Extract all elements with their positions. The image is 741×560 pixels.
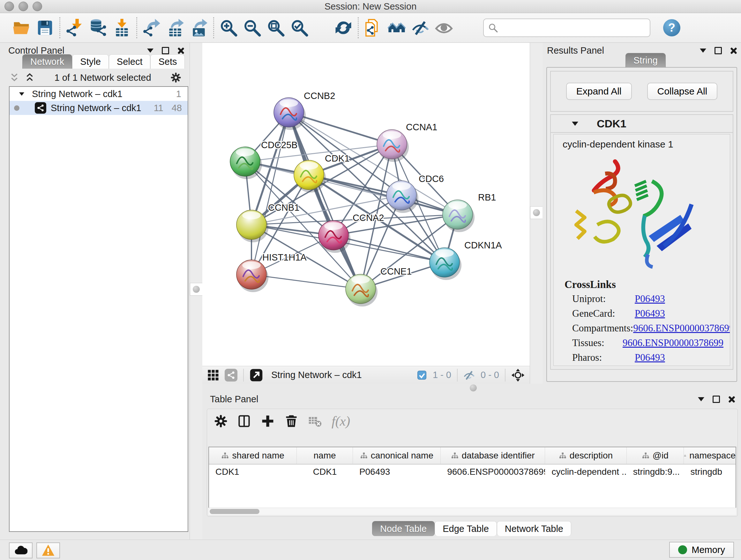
string-document-button[interactable] (361, 16, 385, 40)
export-image-button[interactable] (187, 16, 211, 40)
crosslink-link[interactable]: P06493 (635, 352, 665, 363)
houses-icon (388, 19, 406, 37)
horizontal-splitter[interactable] (202, 384, 741, 392)
gene-section: CDK1 cyclin-dependent kinase 1 (550, 114, 733, 370)
table-settings-gear-icon[interactable] (214, 415, 227, 428)
expand-all-icon[interactable] (24, 72, 35, 83)
panel-float-icon[interactable] (715, 47, 722, 54)
left-splitter[interactable] (190, 43, 203, 540)
tree-expander-icon[interactable] (19, 92, 24, 96)
column-header[interactable]: description (545, 447, 626, 464)
warning-icon (42, 544, 55, 557)
panel-float-icon[interactable] (713, 395, 720, 403)
panel-float-icon[interactable] (162, 47, 169, 54)
horizontal-splitter-handle[interactable] (470, 384, 477, 391)
gene-name: CDK1 (597, 118, 626, 130)
column-header[interactable]: name (297, 447, 353, 464)
import-network-database-button[interactable] (86, 16, 110, 40)
hide-selected-button[interactable] (408, 16, 432, 40)
network-row[interactable]: String Network – cdk1 11 48 (10, 101, 188, 115)
selected-checkbox-icon[interactable] (417, 370, 427, 380)
crosslink-row: Pharos: P06493 (564, 350, 724, 365)
network-node-ccna1: CCNA1 (377, 122, 437, 162)
column-header[interactable]: namespace (684, 447, 736, 464)
refresh-button[interactable] (332, 16, 355, 40)
crosslink-row: Uniprot: P06493 (564, 292, 724, 306)
help-button[interactable]: ? (663, 19, 680, 37)
crosslink-link[interactable]: P06493 (635, 293, 665, 305)
search-input[interactable] (498, 22, 646, 33)
crosslink-link[interactable]: 9606.ENSP00000378699 (623, 337, 724, 349)
import-network-file-button[interactable] (63, 16, 86, 40)
cloud-status-button[interactable] (9, 543, 32, 558)
expand-all-button[interactable]: Expand All (566, 83, 632, 100)
function-builder-button: f(x) (332, 414, 350, 429)
network-options-gear-icon[interactable] (171, 72, 181, 83)
zoom-out-button[interactable] (240, 16, 264, 40)
help-icon: ? (668, 21, 675, 35)
panel-menu-icon[interactable] (698, 397, 704, 401)
table-horizontal-scrollbar[interactable] (208, 508, 736, 515)
table-row[interactable]: CDK1 CDK1 P06493 9606.ENSP00000378699 cy… (209, 464, 736, 479)
panel-close-icon[interactable] (730, 48, 737, 54)
tab-style[interactable]: Style (72, 54, 109, 69)
toolbar-separator (59, 17, 60, 38)
add-column-icon[interactable] (261, 414, 275, 428)
right-splitter-handle[interactable] (530, 206, 543, 219)
cell-id: stringdb:9... (627, 464, 684, 479)
section-expander-icon[interactable] (572, 122, 578, 126)
zoom-selected-button[interactable] (287, 16, 311, 40)
cell-database-identifier: 9606.ENSP00000378699 (441, 464, 545, 479)
svg-text:CCNA2: CCNA2 (353, 212, 384, 223)
network-selection-status: 1 of 1 Network selected (35, 72, 171, 83)
column-header[interactable]: canonical name (353, 447, 441, 464)
open-session-button[interactable] (10, 16, 33, 40)
birdseye-crosshair-icon[interactable] (511, 368, 525, 382)
open-external-icon[interactable] (250, 368, 263, 382)
show-columns-icon[interactable] (237, 414, 251, 428)
cell-namespace: stringdb (684, 464, 736, 479)
network-canvas[interactable]: CCNB2CCNA1CDC25BCDK1CDC6RB1CCNB1CCNA2CDK… (202, 43, 530, 366)
crosslink-link[interactable]: P06493 (635, 308, 665, 319)
svg-text:CCNB2: CCNB2 (304, 91, 335, 101)
column-header[interactable]: database identifier (441, 447, 545, 464)
left-splitter-handle[interactable] (190, 283, 203, 296)
network-collection-row[interactable]: String Network – cdk1 1 (10, 87, 188, 101)
grid-view-icon[interactable] (207, 369, 219, 381)
panel-menu-icon[interactable] (147, 49, 153, 53)
tab-select[interactable]: Select (109, 54, 151, 69)
crosslink-link[interactable]: 9606.ENSP00000378699 (633, 322, 730, 334)
collapse-all-button[interactable]: Collapse All (647, 83, 718, 100)
svg-text:CDC6: CDC6 (419, 174, 444, 184)
panel-menu-icon[interactable] (700, 49, 706, 53)
tab-network[interactable]: Network (22, 54, 72, 69)
collapse-all-icon[interactable] (9, 72, 20, 83)
export-network-button[interactable] (140, 16, 163, 40)
save-session-button[interactable] (33, 16, 57, 40)
tab-sets[interactable]: Sets (150, 54, 185, 69)
column-header[interactable]: @id (627, 447, 684, 464)
networks-overview-button[interactable] (385, 16, 408, 40)
import-table-button[interactable] (110, 16, 134, 40)
tab-edge-table[interactable]: Edge Table (434, 521, 497, 536)
column-header[interactable]: shared name (209, 447, 297, 464)
show-selected-button[interactable] (432, 16, 456, 40)
right-splitter[interactable] (530, 43, 543, 384)
tab-string[interactable]: String (625, 53, 666, 67)
gene-section-header[interactable]: CDK1 (551, 115, 733, 133)
tab-node-table[interactable]: Node Table (372, 521, 434, 536)
panel-close-icon[interactable] (728, 396, 735, 402)
tab-network-table[interactable]: Network Table (497, 521, 571, 536)
export-table-button[interactable] (163, 16, 187, 40)
zoom-in-button[interactable] (217, 16, 240, 40)
panel-close-icon[interactable] (178, 48, 184, 54)
zoom-out-icon (243, 19, 261, 37)
delete-column-trash-icon[interactable] (284, 414, 298, 428)
memory-button[interactable]: Memory (669, 542, 734, 558)
share-view-icon[interactable] (225, 369, 238, 381)
toolbar-search (483, 18, 650, 37)
warnings-button[interactable] (37, 543, 60, 558)
hidden-eye-icon[interactable] (463, 369, 475, 381)
zoom-fit-button[interactable] (264, 16, 287, 40)
scrollbar-thumb[interactable] (210, 509, 259, 514)
